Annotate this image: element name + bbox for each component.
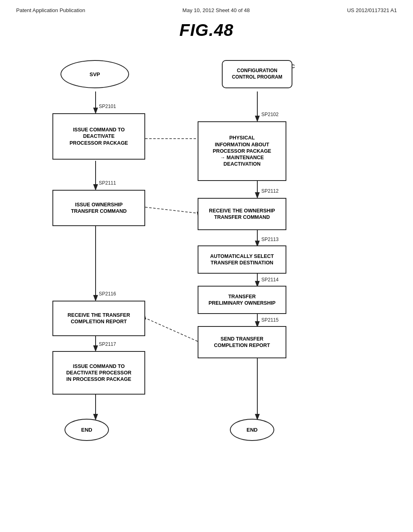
header-left: Patent Application Publication <box>16 7 85 13</box>
box-deactivate-pkg: ISSUE COMMAND TO DEACTIVATE PROCESSOR PA… <box>52 113 145 160</box>
svp-oval: SVP <box>60 60 129 88</box>
fig-title: FIG.48 <box>0 21 413 40</box>
sp2101-label: SP2101 <box>99 104 116 109</box>
box-send-report: SEND TRANSFER COMPLETION REPORT <box>198 326 286 358</box>
box-physical-info: PHYSICAL INFORMATION ABOUT PROCESSOR PAC… <box>198 121 286 181</box>
end-right-oval: END <box>230 419 274 441</box>
svg-line-15 <box>145 318 198 341</box>
sp2113-label: SP2113 <box>261 237 279 242</box>
page-header: Patent Application Publication May 10, 2… <box>0 0 413 13</box>
box-receive-ownership: RECEIVE THE OWNERSHIP TRANSFER COMMAND <box>198 198 286 230</box>
diagram-area: 291C SVP CONFIGURATION CONTROL PROGRAM S… <box>0 44 413 511</box>
sp2102-label: SP2102 <box>261 112 279 117</box>
header-right: US 2012/0117321 A1 <box>347 7 397 13</box>
box-deactivate-proc: ISSUE COMMAND TO DEACTIVATE PROCESSOR IN… <box>52 351 145 395</box>
config-box: CONFIGURATION CONTROL PROGRAM <box>222 60 292 88</box>
end-left-oval: END <box>65 419 109 441</box>
sp2114-label: SP2114 <box>261 277 279 283</box>
box-auto-select: AUTOMATICALLY SELECT TRANSFER DESTINATIO… <box>198 245 286 274</box>
sp2115-label: SP2115 <box>261 317 279 323</box>
sp2112-label: SP2112 <box>261 188 279 194</box>
sp2116-label: SP2116 <box>99 291 116 297</box>
box-receive-report: RECEIVE THE TRANSFER COMPLETION REPORT <box>52 301 145 336</box>
box-issue-ownership: ISSUE OWNERSHIP TRANSFER COMMAND <box>52 190 145 226</box>
sp2117-label: SP2117 <box>99 341 116 347</box>
svg-line-13 <box>145 207 198 213</box>
box-transfer-prelim: TRANSFER PRELIMINARY OWNERSHIP <box>198 286 286 314</box>
header-middle: May 10, 2012 Sheet 40 of 48 <box>182 7 250 13</box>
sp2111-label: SP2111 <box>99 180 116 186</box>
